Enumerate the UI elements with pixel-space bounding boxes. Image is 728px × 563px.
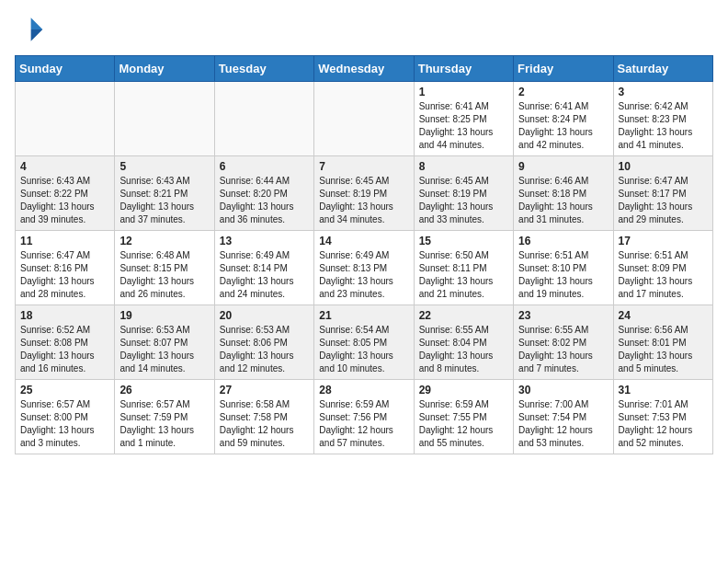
day-number: 2 — [518, 86, 608, 98]
day-info: Sunrise: 6:59 AM Sunset: 7:55 PM Dayligh… — [419, 398, 508, 450]
day-info: Sunrise: 6:57 AM Sunset: 7:59 PM Dayligh… — [119, 398, 209, 450]
calendar-table: SundayMondayTuesdayWednesdayThursdayFrid… — [15, 55, 713, 454]
day-info: Sunrise: 6:41 AM Sunset: 8:24 PM Dayligh… — [518, 100, 608, 152]
calendar-day-cell: 29Sunrise: 6:59 AM Sunset: 7:55 PM Dayli… — [414, 380, 513, 454]
day-number: 21 — [319, 309, 408, 322]
day-info: Sunrise: 7:01 AM Sunset: 7:53 PM Dayligh… — [619, 398, 708, 450]
weekday-header-monday: Monday — [115, 56, 214, 82]
day-info: Sunrise: 6:43 AM Sunset: 8:21 PM Dayligh… — [119, 175, 209, 226]
day-info: Sunrise: 6:42 AM Sunset: 8:23 PM Dayligh… — [619, 100, 708, 152]
calendar-day-cell: 22Sunrise: 6:55 AM Sunset: 8:04 PM Dayli… — [414, 305, 513, 380]
day-info: Sunrise: 6:52 AM Sunset: 8:08 PM Dayligh… — [20, 324, 109, 375]
logo — [15, 15, 48, 44]
day-info: Sunrise: 6:43 AM Sunset: 8:22 PM Dayligh… — [20, 175, 109, 226]
day-number: 22 — [419, 309, 508, 322]
calendar-day-cell: 1Sunrise: 6:41 AM Sunset: 8:25 PM Daylig… — [414, 82, 513, 156]
day-number: 13 — [220, 235, 309, 247]
day-number: 6 — [220, 160, 309, 173]
calendar-day-cell: 12Sunrise: 6:48 AM Sunset: 8:15 PM Dayli… — [115, 231, 214, 305]
day-number: 10 — [619, 160, 708, 173]
calendar-day-cell: 24Sunrise: 6:56 AM Sunset: 8:01 PM Dayli… — [613, 305, 712, 380]
day-number: 30 — [518, 384, 608, 396]
calendar-day-cell: 10Sunrise: 6:47 AM Sunset: 8:17 PM Dayli… — [613, 156, 712, 231]
calendar-day-cell: 2Sunrise: 6:41 AM Sunset: 8:24 PM Daylig… — [514, 82, 613, 156]
day-number: 27 — [220, 384, 309, 396]
calendar-day-cell — [115, 82, 214, 156]
weekday-header-wednesday: Wednesday — [314, 56, 414, 82]
weekday-header-friday: Friday — [514, 56, 613, 82]
day-number: 20 — [220, 309, 309, 322]
day-info: Sunrise: 6:47 AM Sunset: 8:16 PM Dayligh… — [20, 249, 109, 301]
calendar-day-cell — [214, 82, 313, 156]
calendar-day-cell: 27Sunrise: 6:58 AM Sunset: 7:58 PM Dayli… — [214, 380, 313, 454]
day-info: Sunrise: 6:57 AM Sunset: 8:00 PM Dayligh… — [20, 398, 109, 450]
day-number: 15 — [419, 235, 508, 247]
day-info: Sunrise: 7:00 AM Sunset: 7:54 PM Dayligh… — [518, 398, 608, 450]
calendar-day-cell: 28Sunrise: 6:59 AM Sunset: 7:56 PM Dayli… — [314, 380, 414, 454]
calendar-week-5: 25Sunrise: 6:57 AM Sunset: 8:00 PM Dayli… — [16, 380, 713, 454]
calendar-day-cell: 21Sunrise: 6:54 AM Sunset: 8:05 PM Dayli… — [314, 305, 414, 380]
weekday-header-tuesday: Tuesday — [214, 56, 313, 82]
day-number: 23 — [518, 309, 608, 322]
calendar-day-cell: 9Sunrise: 6:46 AM Sunset: 8:18 PM Daylig… — [514, 156, 613, 231]
calendar-day-cell: 23Sunrise: 6:55 AM Sunset: 8:02 PM Dayli… — [514, 305, 613, 380]
day-number: 29 — [419, 384, 508, 396]
calendar-day-cell: 17Sunrise: 6:51 AM Sunset: 8:09 PM Dayli… — [613, 231, 712, 305]
day-info: Sunrise: 6:41 AM Sunset: 8:25 PM Dayligh… — [419, 100, 508, 152]
day-number: 17 — [619, 235, 708, 247]
day-info: Sunrise: 6:51 AM Sunset: 8:10 PM Dayligh… — [518, 249, 608, 301]
day-info: Sunrise: 6:45 AM Sunset: 8:19 PM Dayligh… — [419, 175, 508, 226]
calendar-day-cell — [16, 82, 115, 156]
calendar-day-cell: 20Sunrise: 6:53 AM Sunset: 8:06 PM Dayli… — [214, 305, 313, 380]
day-number: 16 — [518, 235, 608, 247]
calendar-week-3: 11Sunrise: 6:47 AM Sunset: 8:16 PM Dayli… — [16, 231, 713, 305]
calendar-day-cell: 30Sunrise: 7:00 AM Sunset: 7:54 PM Dayli… — [514, 380, 613, 454]
calendar-header: SundayMondayTuesdayWednesdayThursdayFrid… — [16, 56, 713, 82]
day-info: Sunrise: 6:49 AM Sunset: 8:13 PM Dayligh… — [319, 249, 408, 301]
weekday-header-saturday: Saturday — [613, 56, 712, 82]
weekday-header-sunday: Sunday — [16, 56, 115, 82]
calendar-day-cell: 13Sunrise: 6:49 AM Sunset: 8:14 PM Dayli… — [214, 231, 313, 305]
calendar-body: 1Sunrise: 6:41 AM Sunset: 8:25 PM Daylig… — [16, 82, 713, 454]
calendar-day-cell: 18Sunrise: 6:52 AM Sunset: 8:08 PM Dayli… — [16, 305, 115, 380]
day-number: 26 — [119, 384, 209, 396]
day-number: 14 — [319, 235, 408, 247]
day-info: Sunrise: 6:47 AM Sunset: 8:17 PM Dayligh… — [619, 175, 708, 226]
day-info: Sunrise: 6:50 AM Sunset: 8:11 PM Dayligh… — [419, 249, 508, 301]
day-number: 7 — [319, 160, 408, 173]
weekday-header-row: SundayMondayTuesdayWednesdayThursdayFrid… — [16, 56, 713, 82]
day-number: 8 — [419, 160, 508, 173]
day-info: Sunrise: 6:48 AM Sunset: 8:15 PM Dayligh… — [119, 249, 209, 301]
calendar-day-cell: 3Sunrise: 6:42 AM Sunset: 8:23 PM Daylig… — [613, 82, 712, 156]
calendar-day-cell — [314, 82, 414, 156]
day-info: Sunrise: 6:58 AM Sunset: 7:58 PM Dayligh… — [220, 398, 309, 450]
day-info: Sunrise: 6:49 AM Sunset: 8:14 PM Dayligh… — [220, 249, 309, 301]
calendar-day-cell: 14Sunrise: 6:49 AM Sunset: 8:13 PM Dayli… — [314, 231, 414, 305]
day-number: 28 — [319, 384, 408, 396]
calendar-day-cell: 6Sunrise: 6:44 AM Sunset: 8:20 PM Daylig… — [214, 156, 313, 231]
day-number: 19 — [119, 309, 209, 322]
day-number: 25 — [20, 384, 109, 396]
calendar-day-cell: 26Sunrise: 6:57 AM Sunset: 7:59 PM Dayli… — [115, 380, 214, 454]
day-info: Sunrise: 6:46 AM Sunset: 8:18 PM Dayligh… — [518, 175, 608, 226]
calendar-week-2: 4Sunrise: 6:43 AM Sunset: 8:22 PM Daylig… — [16, 156, 713, 231]
day-number: 9 — [518, 160, 608, 173]
day-number: 18 — [20, 309, 109, 322]
day-number: 5 — [119, 160, 209, 173]
calendar-day-cell: 31Sunrise: 7:01 AM Sunset: 7:53 PM Dayli… — [613, 380, 712, 454]
calendar-week-4: 18Sunrise: 6:52 AM Sunset: 8:08 PM Dayli… — [16, 305, 713, 380]
day-info: Sunrise: 6:54 AM Sunset: 8:05 PM Dayligh… — [319, 324, 408, 375]
day-number: 1 — [419, 86, 508, 98]
day-info: Sunrise: 6:55 AM Sunset: 8:04 PM Dayligh… — [419, 324, 508, 375]
day-number: 31 — [619, 384, 708, 396]
day-number: 3 — [619, 86, 708, 98]
day-info: Sunrise: 6:53 AM Sunset: 8:06 PM Dayligh… — [220, 324, 309, 375]
calendar-day-cell: 8Sunrise: 6:45 AM Sunset: 8:19 PM Daylig… — [414, 156, 513, 231]
day-number: 4 — [20, 160, 109, 173]
day-number: 12 — [119, 235, 209, 247]
day-info: Sunrise: 6:45 AM Sunset: 8:19 PM Dayligh… — [319, 175, 408, 226]
calendar-day-cell: 5Sunrise: 6:43 AM Sunset: 8:21 PM Daylig… — [115, 156, 214, 231]
calendar-day-cell: 16Sunrise: 6:51 AM Sunset: 8:10 PM Dayli… — [514, 231, 613, 305]
day-info: Sunrise: 6:44 AM Sunset: 8:20 PM Dayligh… — [220, 175, 309, 226]
day-info: Sunrise: 6:55 AM Sunset: 8:02 PM Dayligh… — [518, 324, 608, 375]
